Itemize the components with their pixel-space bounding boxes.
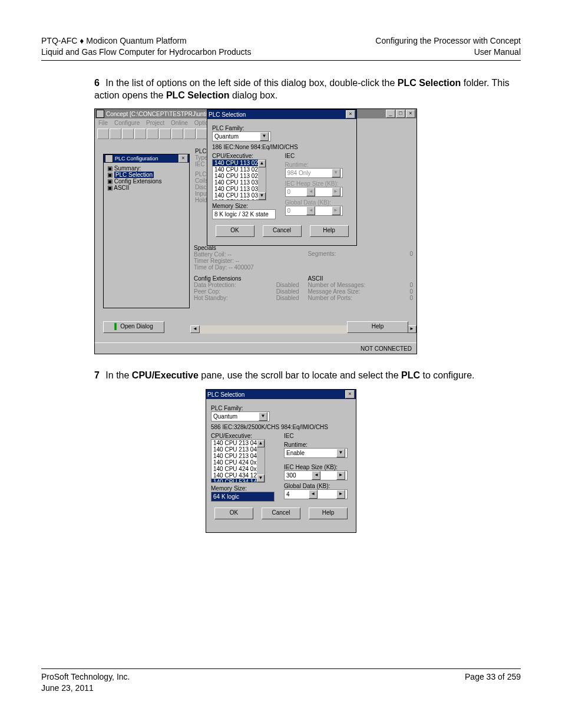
help-button[interactable]: Help — [309, 508, 348, 519]
tree-item-plc-selection[interactable]: ▣ PLC Selection — [107, 172, 186, 178]
heap-input[interactable]: 300 ◄► — [284, 470, 348, 480]
heap-label: IEC Heap Size (KB): — [284, 464, 351, 470]
cancel-button[interactable]: Cancel — [262, 508, 300, 519]
step-7: 7 In the CPU/Executive pane, use the scr… — [94, 370, 521, 382]
plc-family-label: PLC Family: — [212, 125, 352, 131]
toolbar-button[interactable] — [122, 129, 134, 139]
header-right-1: Configuring the Processor with Concept — [375, 35, 521, 47]
heap-label: IEC Heap Size (KB): — [285, 180, 352, 187]
screenshot-plc-selection-2: PLC Selection × PLC Family: Quantum▼ 586… — [206, 389, 356, 533]
toolbar-button[interactable] — [134, 129, 146, 139]
menu-online[interactable]: Online — [171, 120, 188, 126]
step-6: 6 In the list of options on the left sid… — [94, 77, 521, 102]
dialog-title: PLC Selection — [207, 391, 244, 398]
memory-size-label: Memory Size: — [212, 203, 279, 209]
toolbar-button[interactable] — [171, 129, 183, 139]
open-dialog-button[interactable]: ▌ Open Dialog — [103, 321, 164, 333]
scroll-right-icon[interactable]: ► — [336, 471, 345, 480]
header-left-1: PTQ-AFC ♦ Modicon Quantum Platform — [41, 35, 251, 47]
global-label: Global Data (KB): — [284, 483, 351, 489]
cpu-executive-listbox[interactable]: 140 CPU 213 04 140 CPU 213 04S 140 CPU 2… — [211, 439, 265, 483]
scroll-right-icon: ► — [332, 187, 340, 196]
header-right-2: User Manual — [375, 47, 521, 58]
step-7-number: 7 — [94, 370, 100, 380]
scroll-right-icon[interactable]: ► — [407, 325, 416, 333]
running-header: PTQ-AFC ♦ Modicon Quantum Platform Liqui… — [41, 35, 521, 58]
close-icon[interactable]: × — [345, 390, 355, 398]
scroll-left-icon: ◄ — [306, 187, 315, 196]
tree-item-ascii[interactable]: ▣ ASCII — [107, 185, 186, 191]
plc-family-select[interactable]: Quantum▼ — [212, 131, 271, 141]
ok-button[interactable]: OK — [216, 225, 254, 237]
footer-page: Page 33 of 259 — [465, 671, 521, 694]
toolbar-button[interactable] — [110, 129, 121, 139]
screenshot-concept-plc-selection: Concept [C:\CONCEPT\TESTPRJ\untitled] _ … — [94, 108, 417, 354]
plc-configuration-window: PLC Configuration × ▣ Summary: ▣ PLC Sel… — [103, 154, 190, 308]
heap-input: 0 ◄► — [285, 187, 343, 197]
toolbar-button[interactable] — [97, 129, 109, 139]
memory-size-select[interactable]: 8 K logic / 32 K state — [212, 209, 276, 219]
runtime-select[interactable]: Enable▼ — [284, 448, 348, 458]
plc-family-select[interactable]: Quantum▼ — [211, 411, 270, 421]
chevron-down-icon[interactable]: ▼ — [259, 412, 267, 421]
scroll-left-icon: ◄ — [306, 206, 315, 215]
step-6-number: 6 — [94, 78, 100, 88]
tree-icon — [105, 154, 113, 163]
menu-file[interactable]: File — [98, 120, 108, 126]
scroll-up-icon[interactable]: ▲ — [258, 160, 266, 167]
runtime-label: Runtime: — [284, 442, 351, 448]
footer-company: ProSoft Technology, Inc. — [41, 671, 130, 683]
iec-group-label: IEC — [285, 153, 352, 159]
outer-title: Concept [C:\CONCEPT\TESTPRJ\untitled] — [106, 111, 218, 117]
status-text: NOT CONNECTED — [361, 345, 412, 352]
global-input: 0 ◄► — [285, 206, 343, 216]
cpu-executive-label: CPU/Executive: — [212, 153, 279, 159]
global-label: Global Data (KB): — [285, 199, 352, 206]
scroll-left-icon[interactable]: ◄ — [309, 490, 318, 499]
plc-family-label: PLC Family: — [211, 405, 351, 411]
toolbar-button[interactable] — [184, 129, 196, 139]
running-footer: ProSoft Technology, Inc. June 23, 2011 P… — [41, 671, 521, 694]
info-line: 586 IEC:328k/2500K/CHS 984:Eq/IMIO/CHS — [211, 424, 351, 430]
cancel-button[interactable]: Cancel — [263, 225, 302, 237]
tree-title: PLC Configuration — [115, 156, 158, 162]
header-rule — [41, 60, 521, 61]
help-button[interactable]: Help — [347, 321, 408, 333]
app-icon — [96, 110, 104, 118]
memory-size-select[interactable]: 64 K logic — [211, 492, 275, 502]
toolbar-button[interactable] — [196, 129, 208, 139]
menu-configure[interactable]: Configure — [114, 120, 140, 126]
help-button[interactable]: Help — [310, 225, 349, 237]
tree-item-config-extensions[interactable]: ▣ Config Extensions — [107, 178, 186, 185]
cpu-executive-listbox[interactable]: 140 CPU 113 02 140 CPU 113 02S 140 CPU 1… — [212, 159, 266, 200]
chevron-down-icon[interactable]: ▼ — [336, 449, 345, 457]
plc-selection-dialog: PLC Selection × PLC Family: Quantum▼ 186… — [207, 109, 357, 246]
list-scrollbar[interactable]: ▲ ▼ — [257, 440, 265, 482]
scroll-up-icon[interactable]: ▲ — [257, 440, 265, 447]
scroll-down-icon[interactable]: ▼ — [258, 192, 266, 200]
runtime-select: 984 Only▼ — [285, 168, 343, 178]
cpu-executive-label: CPU/Executive: — [211, 433, 278, 439]
header-left-2: Liquid and Gas Flow Computer for Hydroca… — [41, 47, 251, 58]
scroll-left-icon[interactable]: ◄ — [312, 471, 320, 480]
chevron-down-icon[interactable]: ▼ — [260, 132, 269, 141]
memory-size-label: Memory Size: — [211, 485, 278, 492]
scroll-right-icon[interactable]: ► — [336, 490, 345, 499]
scroll-down-icon[interactable]: ▼ — [257, 475, 265, 482]
tree-item-summary[interactable]: ▣ Summary: — [107, 165, 186, 172]
list-scrollbar[interactable]: ▲ ▼ — [258, 160, 266, 200]
toolbar-button[interactable] — [159, 129, 171, 139]
toolbar-button[interactable] — [147, 129, 158, 139]
minimize-button[interactable]: _ — [386, 110, 395, 118]
runtime-label: Runtime: — [285, 162, 352, 168]
iec-group-label: IEC — [284, 433, 351, 439]
status-bar: NOT CONNECTED — [95, 342, 416, 354]
maximize-button[interactable]: □ — [396, 110, 405, 118]
dialog-title: PLC Selection — [209, 111, 246, 118]
close-icon[interactable]: × — [346, 110, 355, 118]
ok-button[interactable]: OK — [214, 508, 253, 519]
close-button[interactable]: × — [406, 110, 415, 118]
menu-project[interactable]: Project — [146, 120, 164, 126]
close-icon[interactable]: × — [178, 154, 188, 163]
global-input[interactable]: 4 ◄► — [284, 489, 348, 499]
